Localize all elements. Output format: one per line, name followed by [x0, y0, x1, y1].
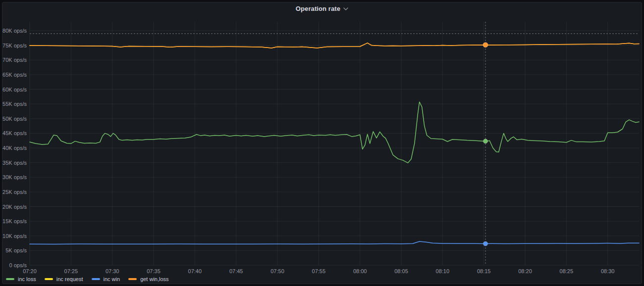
x-axis-tick-label: 07:40 — [188, 268, 202, 274]
series-color-swatch-inc-request — [45, 278, 53, 280]
x-axis-tick-label: 07:30 — [106, 268, 119, 274]
x-axis-tick-label: 07:25 — [64, 268, 78, 274]
x-axis-tick-label: 08:00 — [353, 268, 367, 274]
x-axis-tick-label: 08:30 — [601, 268, 615, 274]
legend-label[interactable]: inc loss — [18, 276, 36, 283]
series-color-swatch-get-win-loss — [128, 278, 137, 280]
series-line-inc-loss — [30, 102, 639, 163]
y-axis-tick-label: 80K ops/s — [2, 28, 27, 34]
y-axis-tick-label: 55K ops/s — [2, 101, 27, 107]
y-axis-tick-label: 65K ops/s — [2, 72, 27, 78]
y-axis-tick-label: 0 ops/s — [9, 262, 27, 268]
y-axis-tick-label: 30K ops/s — [2, 174, 27, 180]
dashboard-panel: Operation rate 0 ops/s5K ops/s10K ops/s1… — [0, 0, 644, 286]
y-axis-tick-label: 20K ops/s — [2, 204, 27, 210]
legend-item-get-win-loss[interactable]: get win,loss — [128, 276, 168, 283]
y-axis-tick-label: 5K ops/s — [5, 247, 27, 253]
y-axis-tick-label: 40K ops/s — [2, 145, 27, 151]
cursor-point-inc-loss — [483, 139, 488, 143]
y-axis-tick-label: 15K ops/s — [2, 218, 27, 224]
x-axis-tick-label: 07:55 — [312, 268, 326, 274]
cursor-point-inc-win — [483, 241, 488, 246]
legend-label[interactable]: inc win — [104, 276, 120, 283]
y-axis-tick-label: 75K ops/s — [2, 43, 27, 48]
series-color-swatch-inc-win — [92, 278, 100, 280]
y-axis-tick-label: 35K ops/s — [2, 160, 27, 166]
time-series-chart[interactable]: 0 ops/s5K ops/s10K ops/s15K ops/s20K ops… — [0, 0, 644, 286]
x-axis-tick-label: 07:35 — [147, 268, 161, 274]
series-color-swatch-inc-loss — [6, 278, 14, 280]
y-axis-tick-label: 45K ops/s — [2, 130, 27, 136]
y-axis-tick-label: 10K ops/s — [2, 233, 27, 239]
legend-label[interactable]: get win,loss — [140, 276, 168, 283]
series-line-inc-win — [30, 241, 639, 244]
x-axis-tick-label: 07:45 — [229, 268, 243, 274]
x-axis-tick-label: 07:20 — [23, 268, 37, 274]
x-axis-tick-label: 08:05 — [394, 268, 408, 274]
x-axis-tick-label: 08:25 — [560, 268, 574, 274]
legend-item-inc-loss[interactable]: inc loss — [6, 276, 36, 283]
y-axis-tick-label: 70K ops/s — [2, 57, 27, 63]
y-axis-tick-label: 60K ops/s — [2, 87, 27, 93]
y-axis-tick-label: 50K ops/s — [2, 116, 27, 122]
cursor-point-get-win-loss — [483, 43, 488, 48]
y-axis-tick-label: 25K ops/s — [2, 189, 27, 195]
x-axis-tick-label: 08:20 — [518, 268, 532, 274]
x-axis-tick-label: 08:10 — [436, 268, 450, 274]
legend-item-inc-win[interactable]: inc win — [92, 276, 120, 283]
legend-item-inc-request[interactable]: inc request — [45, 276, 83, 283]
chart-legend: inc loss inc request inc win get win,los… — [6, 276, 169, 283]
legend-label[interactable]: inc request — [56, 276, 83, 283]
x-axis-tick-label: 08:15 — [477, 268, 491, 274]
x-axis-tick-label: 07:50 — [270, 268, 284, 274]
